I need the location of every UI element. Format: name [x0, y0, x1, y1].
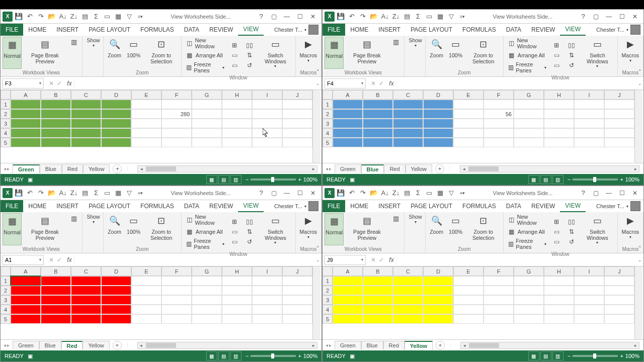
- macro-record-icon[interactable]: ▣: [28, 353, 33, 359]
- select-all-corner[interactable]: [323, 266, 333, 276]
- sheet-tab-yellow[interactable]: Yellow: [83, 164, 110, 173]
- cell-D2[interactable]: [423, 286, 453, 295]
- cell-D1[interactable]: [423, 276, 453, 286]
- menu-tab-view[interactable]: VIEW: [560, 24, 586, 36]
- cell-E5[interactable]: [453, 138, 484, 147]
- cell-J2[interactable]: [604, 109, 634, 119]
- zoom-out-button[interactable]: −: [246, 176, 249, 183]
- normal-view-button[interactable]: ▦Normal: [325, 213, 344, 245]
- cell-H1[interactable]: [222, 276, 252, 286]
- cell-G1[interactable]: [192, 276, 222, 286]
- cell-G1[interactable]: [192, 100, 222, 109]
- cell-B3[interactable]: [41, 295, 71, 305]
- cell-E2[interactable]: [131, 109, 162, 119]
- select-all-corner[interactable]: [1, 266, 11, 276]
- normal-view-icon[interactable]: ▦: [206, 175, 217, 184]
- form-icon[interactable]: ▤: [402, 188, 412, 198]
- sheet-nav[interactable]: ◂▸: [1, 166, 13, 171]
- macro-record-icon[interactable]: ▣: [350, 353, 355, 359]
- cell-J4[interactable]: [604, 128, 634, 138]
- show-button[interactable]: Show▾: [85, 37, 103, 74]
- menu-tab-view[interactable]: VIEW: [560, 200, 586, 212]
- sort-asc-icon[interactable]: A↓: [58, 188, 68, 198]
- pivot-icon[interactable]: ▦: [435, 12, 445, 22]
- cell-H4[interactable]: [222, 305, 252, 314]
- vertical-scrollbar[interactable]: [634, 90, 642, 163]
- name-box[interactable]: J9▾: [325, 255, 366, 265]
- cell-C3[interactable]: [71, 119, 101, 128]
- view-side-by-side-button[interactable]: ▯▯: [566, 41, 578, 50]
- col-header-G[interactable]: G: [514, 266, 544, 276]
- cell-H2[interactable]: [544, 109, 574, 119]
- cell-I4[interactable]: [574, 305, 604, 314]
- cell-D4[interactable]: [101, 305, 131, 314]
- new-window-button[interactable]: ◫New Window: [184, 37, 226, 50]
- row-header-4[interactable]: 4: [1, 128, 11, 138]
- normal-view-icon[interactable]: ▦: [528, 175, 539, 184]
- zoom-to-selection-button[interactable]: ⊡Zoom to Selection: [466, 213, 501, 245]
- cell-F4[interactable]: [484, 128, 514, 138]
- menu-tab-page-layout[interactable]: PAGE LAYOUT: [406, 24, 457, 36]
- zoom-slider[interactable]: [251, 178, 296, 180]
- cell-I1[interactable]: [574, 276, 604, 286]
- autosum-icon[interactable]: Σ: [91, 188, 101, 198]
- collapse-ribbon-icon[interactable]: ˄: [316, 245, 319, 252]
- folder-icon[interactable]: ▭: [424, 188, 434, 198]
- zoom-to-selection-button[interactable]: ⊡Zoom to Selection: [144, 213, 179, 245]
- row-header-5[interactable]: 5: [323, 314, 333, 324]
- cell-C5[interactable]: [71, 314, 101, 324]
- sheet-tab-red[interactable]: Red: [384, 164, 405, 173]
- collapse-ribbon-icon[interactable]: ˄: [638, 245, 641, 252]
- cancel-formula-icon[interactable]: ✕: [49, 256, 54, 263]
- menu-tab-review[interactable]: REVIEW: [204, 200, 238, 212]
- col-header-F[interactable]: F: [484, 266, 514, 276]
- menu-tab-data[interactable]: DATA: [501, 200, 526, 212]
- cell-A3[interactable]: [11, 295, 41, 305]
- ribbon-options-icon[interactable]: ▢: [267, 188, 280, 198]
- cell-D5[interactable]: [423, 138, 453, 147]
- cell-E3[interactable]: [131, 119, 162, 128]
- cell-E4[interactable]: [131, 305, 162, 314]
- row-header-1[interactable]: 1: [1, 276, 11, 286]
- show-button[interactable]: Show▾: [85, 213, 103, 251]
- page-break-view-icon[interactable]: ▥: [230, 351, 242, 360]
- sheet-tab-blue[interactable]: Blue: [39, 341, 61, 349]
- sheet-tab-blue[interactable]: Blue: [361, 341, 383, 349]
- freeze-panes-button[interactable]: ▥Freeze Panes ▾: [506, 61, 548, 74]
- page-layout-view-icon[interactable]: ▤: [540, 351, 551, 360]
- filter-icon[interactable]: ▽: [446, 188, 456, 198]
- col-header-C[interactable]: C: [393, 90, 423, 100]
- cell-D4[interactable]: [101, 128, 131, 138]
- cell-I3[interactable]: [574, 119, 604, 128]
- new-window-button[interactable]: ◫New Window: [184, 213, 226, 226]
- cell-H4[interactable]: [544, 128, 574, 138]
- split-button[interactable]: ⊞: [228, 41, 240, 50]
- sheet-tab-red[interactable]: Red: [62, 164, 83, 173]
- cell-E1[interactable]: [131, 100, 162, 109]
- cell-B5[interactable]: [41, 138, 71, 147]
- row-header-5[interactable]: 5: [1, 138, 11, 147]
- qat-more-icon[interactable]: ≡▾: [457, 12, 467, 22]
- menu-tab-data[interactable]: DATA: [179, 24, 204, 36]
- cell-B5[interactable]: [363, 138, 393, 147]
- add-sheet-button[interactable]: +: [436, 341, 445, 350]
- row-header-1[interactable]: 1: [1, 100, 11, 109]
- expand-formula-icon[interactable]: ⌄: [636, 257, 643, 262]
- cell-J4[interactable]: [282, 305, 312, 314]
- cell-I2[interactable]: [574, 286, 604, 295]
- cell-J3[interactable]: [604, 295, 634, 305]
- zoom-in-button[interactable]: +: [298, 176, 301, 183]
- col-header-E[interactable]: E: [131, 266, 162, 276]
- normal-view-button[interactable]: ▦Normal: [325, 37, 344, 69]
- cell-I5[interactable]: [252, 138, 282, 147]
- cell-I1[interactable]: [252, 276, 282, 286]
- sync-scroll-button[interactable]: ⇅: [566, 51, 578, 60]
- sheet-tab-blue[interactable]: Blue: [361, 164, 384, 173]
- cell-F5[interactable]: [484, 314, 514, 324]
- row-header-2[interactable]: 2: [323, 109, 333, 119]
- cell-C3[interactable]: [71, 295, 101, 305]
- macros-button[interactable]: ▶Macros▾: [298, 37, 319, 69]
- ribbon-options-icon[interactable]: ▢: [589, 188, 602, 198]
- show-button[interactable]: Show▾: [407, 213, 425, 251]
- sync-scroll-button[interactable]: ⇅: [244, 227, 256, 236]
